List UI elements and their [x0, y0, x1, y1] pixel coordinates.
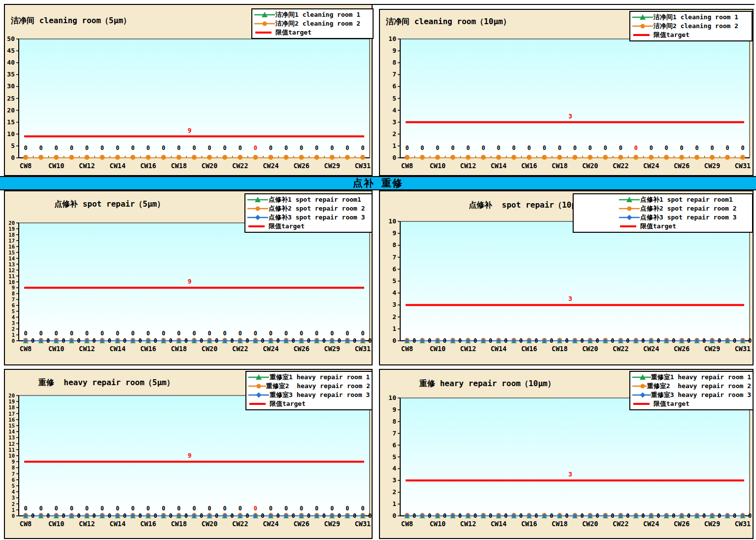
svg-text:10: 10: [388, 217, 396, 225]
svg-text:8: 8: [12, 465, 15, 470]
svg-text:CW24: CW24: [643, 345, 659, 353]
svg-text:0: 0: [131, 330, 135, 337]
svg-text:20: 20: [8, 220, 15, 226]
svg-text:0: 0: [269, 144, 273, 151]
svg-text:10: 10: [388, 35, 396, 42]
svg-text:0: 0: [239, 505, 242, 512]
legend-item: 限值target: [247, 222, 370, 231]
svg-text:0: 0: [345, 144, 349, 151]
svg-text:CW20: CW20: [202, 520, 218, 528]
svg-text:0: 0: [276, 512, 279, 519]
svg-text:0: 0: [420, 144, 424, 151]
svg-text:0: 0: [550, 337, 553, 344]
svg-text:CW18: CW18: [171, 162, 187, 170]
svg-text:0: 0: [595, 512, 599, 519]
svg-text:0: 0: [565, 337, 568, 344]
svg-text:0: 0: [254, 505, 257, 512]
svg-text:15: 15: [8, 250, 15, 255]
svg-text:0: 0: [215, 512, 218, 519]
legend-label: 重修室2 heavy repair room 2: [647, 382, 751, 391]
svg-text:0: 0: [519, 512, 523, 519]
section-banner: 点补 重修: [0, 176, 756, 190]
svg-text:0: 0: [276, 337, 279, 344]
svg-text:0: 0: [31, 337, 34, 344]
svg-text:5: 5: [392, 95, 396, 102]
svg-text:CW31: CW31: [355, 520, 371, 528]
svg-text:CW12: CW12: [79, 520, 95, 528]
legend-item: 限值target: [248, 399, 370, 408]
svg-text:0: 0: [687, 337, 690, 344]
svg-text:11: 11: [8, 447, 15, 453]
legend-label: 限值target: [653, 31, 689, 39]
svg-text:0: 0: [626, 512, 629, 519]
svg-text:0: 0: [223, 144, 227, 151]
svg-text:1: 1: [392, 325, 396, 332]
svg-text:CW31: CW31: [735, 520, 751, 528]
svg-text:CW22: CW22: [613, 520, 629, 528]
svg-text:0: 0: [207, 330, 211, 337]
svg-text:CW20: CW20: [582, 345, 598, 353]
svg-text:0: 0: [239, 330, 242, 337]
svg-text:15: 15: [8, 423, 15, 429]
svg-text:0: 0: [748, 512, 752, 519]
legend-marker-line-icon: [632, 400, 653, 407]
svg-text:0: 0: [680, 144, 684, 151]
svg-text:8: 8: [392, 241, 396, 249]
svg-text:0: 0: [169, 337, 172, 344]
svg-text:0: 0: [269, 330, 273, 337]
svg-text:0: 0: [392, 337, 396, 344]
svg-text:CW24: CW24: [263, 520, 279, 528]
svg-text:0: 0: [70, 505, 73, 512]
svg-text:7: 7: [392, 430, 396, 437]
svg-text:0: 0: [368, 337, 372, 344]
svg-text:20: 20: [7, 107, 15, 114]
legend-label: 限值target: [653, 399, 689, 408]
svg-text:0: 0: [634, 144, 638, 151]
svg-text:0: 0: [177, 330, 180, 337]
svg-text:0: 0: [92, 337, 96, 344]
legend-item: 点修补2 spot repair room 2: [247, 204, 370, 213]
legend-marker-triangle-icon: [632, 374, 651, 381]
svg-text:0: 0: [177, 505, 180, 512]
svg-text:4: 4: [12, 489, 15, 495]
svg-text:CW26: CW26: [674, 520, 690, 528]
svg-text:0: 0: [70, 144, 73, 151]
svg-text:CW16: CW16: [521, 520, 537, 528]
svg-text:0: 0: [261, 512, 264, 519]
svg-text:0: 0: [641, 512, 645, 519]
svg-text:0: 0: [361, 505, 364, 512]
svg-text:CW10: CW10: [430, 520, 446, 528]
svg-text:CW26: CW26: [674, 345, 690, 353]
legend-marker-line-icon: [248, 400, 270, 407]
legend: 重修室1 heavy repair room 1重修室2 heavy repai…: [245, 371, 373, 410]
svg-text:CW20: CW20: [202, 162, 218, 170]
svg-text:40: 40: [7, 59, 15, 66]
svg-text:0: 0: [154, 512, 157, 519]
svg-text:CW26: CW26: [293, 345, 309, 353]
svg-text:CW18: CW18: [551, 162, 568, 170]
svg-text:CW26: CW26: [293, 520, 309, 528]
legend: 点修补1 spot repair room1点修补2 spot repair r…: [244, 193, 373, 233]
svg-text:0: 0: [131, 144, 135, 151]
legend-item: 限值target: [254, 28, 371, 37]
panel-heavy-repair-5um: 重修 heavy repair room（5μm） 01234567891011…: [4, 369, 373, 539]
svg-text:0: 0: [284, 505, 288, 512]
svg-text:0: 0: [451, 144, 454, 151]
svg-text:3: 3: [568, 112, 572, 120]
svg-text:0: 0: [392, 154, 396, 161]
svg-text:14: 14: [8, 255, 15, 261]
svg-text:0: 0: [55, 330, 58, 337]
svg-text:0: 0: [489, 512, 492, 519]
svg-text:0: 0: [162, 330, 165, 337]
svg-text:CW8: CW8: [401, 520, 413, 528]
legend-marker-triangle-icon: [254, 11, 275, 18]
svg-text:0: 0: [443, 512, 447, 519]
svg-text:0: 0: [284, 330, 288, 337]
svg-text:0: 0: [11, 154, 15, 161]
svg-text:9: 9: [392, 406, 396, 413]
legend-label: 点修补1 spot repair room1: [640, 195, 733, 204]
svg-text:0: 0: [177, 144, 180, 151]
svg-text:0: 0: [474, 512, 477, 519]
svg-text:CW22: CW22: [232, 162, 248, 170]
svg-text:CW8: CW8: [20, 520, 32, 528]
